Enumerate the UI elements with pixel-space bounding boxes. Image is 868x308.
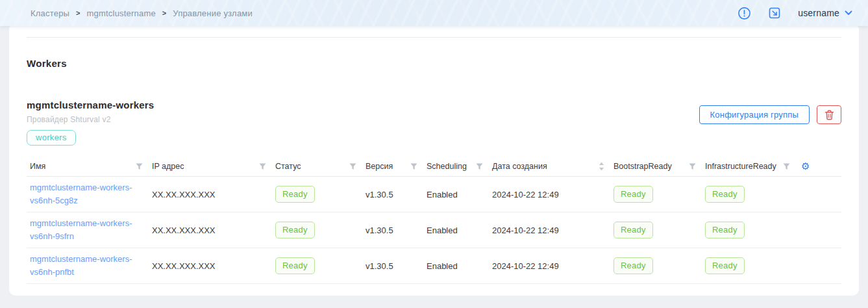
table-row: mgmtclustername-workers-vs6nh-pnfbt XX.X… bbox=[27, 248, 841, 284]
column-label: Статус bbox=[275, 162, 301, 171]
column-header-infrastructure-ready: InfrastructureReady bbox=[705, 162, 799, 171]
column-label: Дата создания bbox=[492, 162, 547, 171]
breadcrumb-item-cluster-name[interactable]: mgmtclustername bbox=[87, 8, 156, 18]
column-header-ip: IP адрес bbox=[152, 162, 275, 171]
worker-group-provider: Провайдер Shturval v2 bbox=[27, 115, 154, 124]
column-header-created: Дата создания bbox=[492, 162, 614, 171]
worker-group-title: mgmtclustername-workers bbox=[27, 99, 154, 110]
bootstrap-ready-badge: Ready bbox=[614, 257, 653, 274]
chevron-down-icon bbox=[845, 10, 852, 16]
group-configuration-button[interactable]: Конфигурация группы bbox=[699, 105, 810, 124]
filter-icon[interactable] bbox=[349, 163, 356, 170]
column-label: BootstrapReady bbox=[614, 162, 672, 171]
gear-icon[interactable]: ⚙ bbox=[799, 160, 810, 172]
node-name-link[interactable]: mgmtclustername-workers-vs6nh-pnfbt bbox=[30, 253, 143, 279]
breadcrumb: Кластеры > mgmtclustername > Управление … bbox=[31, 8, 253, 18]
filter-icon[interactable] bbox=[689, 163, 696, 170]
worker-group-tag: workers bbox=[27, 130, 76, 146]
trash-icon bbox=[825, 110, 834, 120]
filter-icon[interactable] bbox=[410, 163, 417, 170]
node-scheduling: Enabled bbox=[427, 261, 492, 271]
node-scheduling: Enabled bbox=[427, 190, 492, 199]
worker-group-actions: Конфигурация группы bbox=[699, 105, 841, 124]
worker-group-header: mgmtclustername-workers Провайдер Shturv… bbox=[27, 99, 841, 146]
node-ip: XX.XX.XXX.XXX bbox=[152, 261, 275, 271]
node-ip: XX.XX.XXX.XXX bbox=[152, 190, 275, 199]
node-ip: XX.XX.XXX.XXX bbox=[152, 225, 275, 235]
breadcrumb-item-node-management[interactable]: Управление узлами bbox=[173, 8, 253, 18]
filter-icon[interactable] bbox=[259, 163, 266, 170]
infrastructure-ready-badge: Ready bbox=[705, 257, 745, 274]
column-header-version: Версия bbox=[366, 162, 427, 171]
node-version: v1.30.5 bbox=[366, 225, 427, 235]
node-version: v1.30.5 bbox=[366, 190, 427, 199]
column-label: Имя bbox=[30, 162, 45, 171]
external-link-icon[interactable] bbox=[768, 6, 781, 19]
column-header-scheduling: Scheduling bbox=[427, 162, 492, 171]
breadcrumb-separator: > bbox=[162, 9, 166, 17]
username-label: username bbox=[798, 8, 839, 18]
infrastructure-ready-badge: Ready bbox=[705, 186, 745, 203]
status-badge: Ready bbox=[275, 257, 315, 274]
column-label: IP адрес bbox=[152, 162, 184, 171]
filter-icon[interactable] bbox=[136, 163, 143, 170]
top-header: Кластеры > mgmtclustername > Управление … bbox=[0, 0, 868, 26]
worker-group-info: mgmtclustername-workers Провайдер Shturv… bbox=[27, 99, 154, 146]
bootstrap-ready-badge: Ready bbox=[614, 186, 653, 203]
node-name-link[interactable]: mgmtclustername-workers-vs6nh-5cg8z bbox=[30, 181, 143, 207]
column-label: InfrastructureReady bbox=[705, 162, 776, 171]
node-scheduling: Enabled bbox=[427, 225, 492, 235]
infrastructure-ready-badge: Ready bbox=[705, 222, 745, 238]
breadcrumb-separator: > bbox=[76, 9, 80, 17]
nodes-table-header: Имя IP адрес Статус Версия Scheduling Да… bbox=[27, 157, 841, 177]
filter-icon[interactable] bbox=[476, 163, 483, 170]
alert-circle-icon[interactable] bbox=[738, 6, 751, 20]
column-label: Версия bbox=[366, 162, 393, 171]
page-title: Workers bbox=[27, 58, 841, 69]
breadcrumb-item-clusters[interactable]: Кластеры bbox=[31, 8, 69, 18]
status-badge: Ready bbox=[275, 222, 315, 238]
node-version: v1.30.5 bbox=[366, 261, 427, 271]
delete-group-button[interactable] bbox=[817, 105, 841, 124]
column-header-settings: ⚙ bbox=[799, 160, 841, 172]
table-row: mgmtclustername-workers-vs6nh-5cg8z XX.X… bbox=[27, 177, 841, 212]
node-name-link[interactable]: mgmtclustername-workers-vs6nh-9sfrn bbox=[30, 217, 143, 243]
filter-icon[interactable] bbox=[783, 163, 790, 170]
column-label: Scheduling bbox=[427, 162, 467, 171]
sort-icon[interactable] bbox=[599, 162, 604, 171]
content-card: Workers mgmtclustername-workers Провайде… bbox=[9, 26, 859, 296]
topbar-actions: username bbox=[738, 6, 852, 20]
node-created: 2024-10-22 12:49 bbox=[492, 225, 614, 235]
status-badge: Ready bbox=[275, 186, 315, 203]
bootstrap-ready-badge: Ready bbox=[614, 222, 653, 238]
table-row: mgmtclustername-workers-vs6nh-9sfrn XX.X… bbox=[27, 212, 841, 248]
node-created: 2024-10-22 12:49 bbox=[492, 261, 614, 271]
user-menu[interactable]: username bbox=[798, 8, 852, 18]
top-divider bbox=[27, 37, 841, 38]
nodes-table: Имя IP адрес Статус Версия Scheduling Да… bbox=[27, 157, 841, 284]
column-header-name: Имя bbox=[27, 162, 152, 171]
column-header-status: Статус bbox=[275, 162, 366, 171]
node-created: 2024-10-22 12:49 bbox=[492, 190, 614, 199]
column-header-bootstrap-ready: BootstrapReady bbox=[614, 162, 705, 171]
